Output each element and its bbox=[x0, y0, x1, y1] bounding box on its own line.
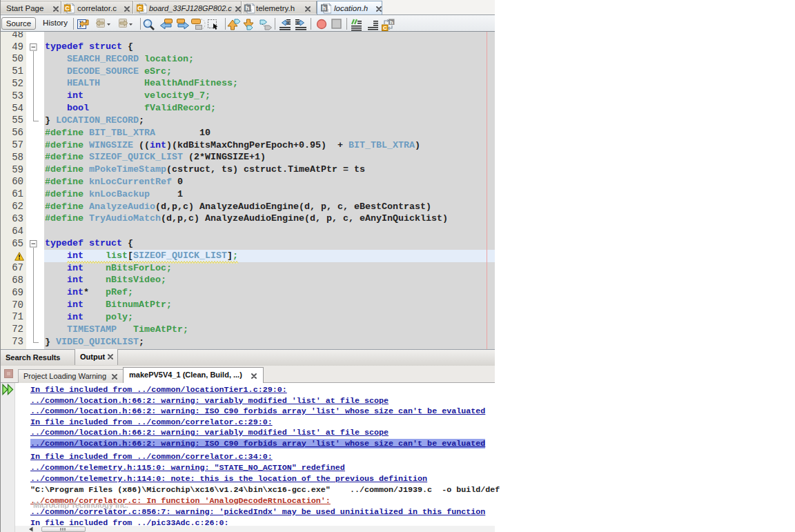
svg-text:h: h bbox=[322, 5, 326, 12]
svg-text:C: C bbox=[137, 5, 142, 12]
svg-text:C: C bbox=[65, 5, 70, 12]
svg-text:C: C bbox=[383, 25, 387, 31]
svg-text:h: h bbox=[390, 19, 393, 26]
svg-text:h: h bbox=[246, 5, 250, 12]
